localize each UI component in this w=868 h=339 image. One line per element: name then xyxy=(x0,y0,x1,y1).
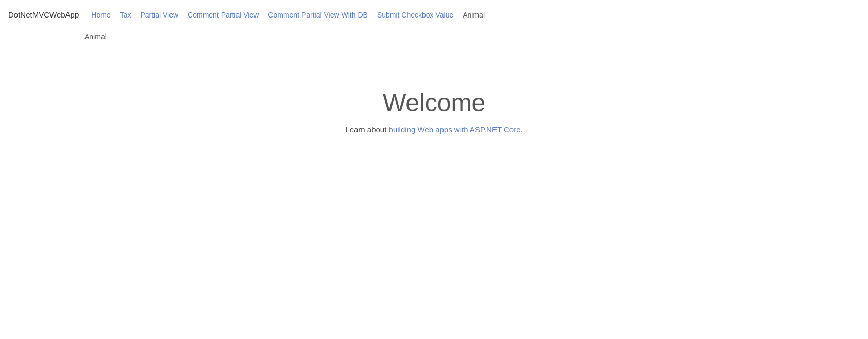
nav-link-submit-checkbox-value[interactable]: Submit Checkbox Value xyxy=(373,9,457,21)
nav-links-top: HomeTaxPartial ViewComment Partial ViewC… xyxy=(87,9,489,21)
learn-link[interactable]: building Web apps with ASP.NET Core xyxy=(389,125,521,134)
navbar: DotNetMVCWebApp HomeTaxPartial ViewComme… xyxy=(0,0,868,47)
nav-link-animal[interactable]: Animal xyxy=(458,9,489,21)
learn-prefix: Learn about xyxy=(345,125,388,134)
nav-link-tax[interactable]: Tax xyxy=(116,9,135,21)
nav-row-1: DotNetMVCWebApp HomeTaxPartial ViewComme… xyxy=(8,0,489,28)
brand-link[interactable]: DotNetMVCWebApp xyxy=(8,4,79,25)
nav-link-comment-partial-view[interactable]: Comment Partial View xyxy=(183,9,263,21)
nav-links-bottom: Animal xyxy=(8,30,111,43)
learn-paragraph: Learn about building Web apps with ASP.N… xyxy=(0,125,868,134)
nav-link-home[interactable]: Home xyxy=(87,9,114,21)
learn-suffix: . xyxy=(521,125,523,134)
main-content: Welcome Learn about building Web apps wi… xyxy=(0,47,868,134)
nav-link-partial-view[interactable]: Partial View xyxy=(136,9,182,21)
nav-link-dropdown-animal[interactable]: Animal xyxy=(80,30,111,43)
nav-row-2: Animal xyxy=(8,28,111,47)
welcome-title: Welcome xyxy=(0,89,868,117)
nav-link-comment-partial-view-with-db[interactable]: Comment Partial View With DB xyxy=(264,9,371,21)
